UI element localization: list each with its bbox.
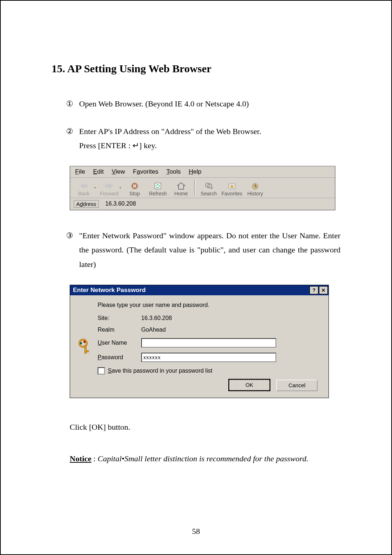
forward-button[interactable]: Forward bbox=[98, 179, 121, 197]
save-password-label: Save this password in your password list bbox=[108, 368, 212, 374]
stop-icon bbox=[130, 182, 139, 190]
section-heading: 15. AP Setting Using Web Browser bbox=[52, 62, 362, 75]
back-label: Back bbox=[78, 191, 89, 197]
menu-edit[interactable]: Edit bbox=[93, 168, 103, 175]
cancel-button[interactable]: Cancel bbox=[276, 380, 318, 391]
arrow-right-icon bbox=[105, 182, 114, 190]
step-3-text: "Enter Network Password" window appears.… bbox=[79, 228, 340, 272]
realm-label: Realm bbox=[98, 327, 141, 333]
notice-colon: : bbox=[91, 454, 98, 463]
arrow-left-icon bbox=[79, 182, 89, 190]
username-label: User Name bbox=[98, 340, 141, 346]
back-button[interactable]: Back bbox=[72, 179, 95, 197]
step-1: ① Open Web Browser. (Beyond IE 4.0 or Ne… bbox=[66, 97, 340, 111]
menu-view[interactable]: View bbox=[112, 168, 125, 175]
notice-text: Capital•Small letter distinction is reco… bbox=[98, 454, 309, 463]
chevron-down-icon[interactable]: ▾ bbox=[94, 186, 98, 190]
step-2-line1: Enter AP's IP Address on "Address" of th… bbox=[79, 124, 340, 139]
address-bar: Address 16.3.60.208 bbox=[70, 198, 335, 210]
forward-label: Forward bbox=[100, 191, 118, 197]
refresh-icon bbox=[153, 182, 163, 190]
step-2-body: Enter AP's IP Address on "Address" of th… bbox=[79, 124, 340, 153]
svg-marker-0 bbox=[80, 183, 88, 189]
step-3: ③ "Enter Network Password" window appear… bbox=[66, 228, 340, 272]
password-dialog: Enter Network Password ? ✕ bbox=[70, 285, 329, 398]
step-2: ② Enter AP's IP Address on "Address" of … bbox=[66, 124, 340, 153]
history-button[interactable]: History bbox=[244, 179, 267, 197]
browser-screenshot: File Edit View Favorites Tools Help Back… bbox=[70, 166, 335, 210]
step-1-text: Open Web Browser. (Beyond IE 4.0 or Nets… bbox=[79, 97, 340, 111]
svg-marker-1 bbox=[105, 183, 113, 189]
notice-line: Notice : Capital•Small letter distinctio… bbox=[70, 451, 340, 466]
menu-help[interactable]: Help bbox=[189, 168, 201, 175]
svg-rect-21 bbox=[86, 351, 89, 352]
toolbar: Back ▾ Forward ▾ Stop Refresh Home bbox=[70, 178, 335, 198]
history-icon bbox=[250, 182, 260, 190]
refresh-label: Refresh bbox=[149, 191, 167, 197]
key-icon bbox=[78, 337, 98, 356]
step-2-number: ② bbox=[66, 124, 79, 153]
search-label: Search bbox=[201, 191, 217, 197]
menubar: File Edit View Favorites Tools Help bbox=[70, 166, 335, 178]
ok-button[interactable]: OK bbox=[229, 380, 270, 390]
svg-rect-5 bbox=[155, 183, 161, 189]
step-1-number: ① bbox=[66, 97, 79, 111]
site-label: Site: bbox=[98, 315, 141, 321]
step-3-number: ③ bbox=[66, 228, 79, 272]
dialog-message: Please type your user name and password. bbox=[98, 302, 320, 308]
site-value: 16.3.60.208 bbox=[141, 315, 272, 321]
home-button[interactable]: Home bbox=[170, 179, 193, 197]
favorites-label: Favorites bbox=[221, 191, 242, 197]
stop-label: Stop bbox=[130, 191, 140, 197]
search-button[interactable]: Search bbox=[197, 179, 220, 197]
dialog-titlebar: Enter Network Password ? ✕ bbox=[70, 285, 328, 295]
svg-point-18 bbox=[80, 342, 82, 344]
dialog-body: Please type your user name and password.… bbox=[70, 295, 328, 398]
search-icon bbox=[204, 182, 213, 190]
dialog-title: Enter Network Password bbox=[73, 287, 146, 294]
steps-list-2: ③ "Enter Network Password" window appear… bbox=[66, 228, 340, 272]
home-icon bbox=[176, 182, 186, 190]
svg-rect-20 bbox=[85, 346, 86, 353]
address-label: Address bbox=[74, 200, 99, 208]
menu-file[interactable]: File bbox=[75, 168, 85, 175]
password-label: Password bbox=[98, 354, 141, 361]
stop-button[interactable]: Stop bbox=[123, 179, 146, 197]
help-button[interactable]: ? bbox=[310, 286, 318, 294]
save-password-row: Save this password in your password list bbox=[98, 367, 320, 374]
step-2-line2: Press [ENTER : ↵] key. bbox=[79, 138, 340, 153]
favorites-button[interactable]: Favorites bbox=[220, 179, 244, 197]
page-number: 58 bbox=[1, 527, 391, 536]
home-label: Home bbox=[174, 191, 188, 197]
steps-list: ① Open Web Browser. (Beyond IE 4.0 or Ne… bbox=[66, 97, 340, 153]
realm-value: GoAhead bbox=[141, 327, 272, 333]
save-password-checkbox[interactable] bbox=[98, 367, 105, 374]
menu-favorites[interactable]: Favorites bbox=[133, 168, 158, 175]
chevron-down-icon[interactable]: ▾ bbox=[119, 186, 123, 190]
history-label: History bbox=[247, 191, 263, 197]
toolbar-separator bbox=[194, 180, 196, 195]
notice-label: Notice bbox=[70, 454, 91, 463]
address-value[interactable]: 16.3.60.208 bbox=[105, 200, 136, 207]
svg-point-19 bbox=[83, 341, 86, 343]
password-input[interactable]: xxxxxx bbox=[141, 353, 276, 362]
post-dialog-text: Click [OK] button. Notice : Capital•Smal… bbox=[70, 420, 340, 466]
refresh-button[interactable]: Refresh bbox=[146, 179, 170, 197]
svg-marker-7 bbox=[177, 183, 185, 189]
favorites-icon bbox=[227, 182, 237, 190]
click-ok-text: Click [OK] button. bbox=[70, 420, 340, 434]
close-button[interactable]: ✕ bbox=[319, 286, 328, 294]
menu-tools[interactable]: Tools bbox=[166, 168, 181, 175]
page-frame: 15. AP Setting Using Web Browser ① Open … bbox=[0, 0, 392, 555]
username-input[interactable] bbox=[141, 338, 276, 348]
svg-line-10 bbox=[211, 187, 212, 189]
close-icon: ✕ bbox=[321, 287, 326, 293]
